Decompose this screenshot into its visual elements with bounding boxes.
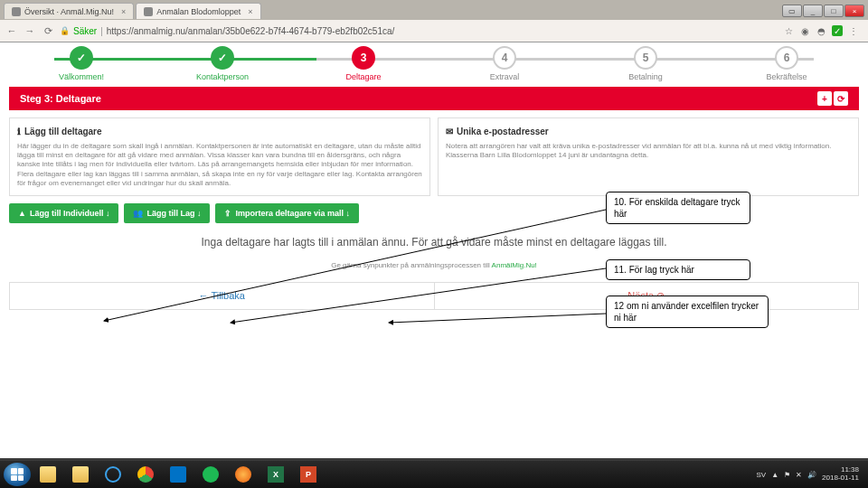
- taskbar-ie-icon[interactable]: [98, 464, 128, 485]
- taskbar-spotify-icon[interactable]: [195, 464, 226, 485]
- step-payment[interactable]: 5 Betalning: [600, 46, 691, 81]
- star-icon[interactable]: ☆: [783, 25, 794, 36]
- tray-up-icon[interactable]: ▲: [771, 471, 778, 479]
- taskbar-firefox-icon[interactable]: [228, 464, 259, 485]
- extension-icons: ☆ ◉ ◓ ✓ ⋮: [783, 25, 859, 36]
- ext-icon[interactable]: ◉: [799, 25, 810, 36]
- button-label: Lägg till Individuell ↓: [30, 209, 110, 218]
- info-panels: ℹLägg till deltagare Här lägger du in de…: [9, 117, 859, 196]
- taskbar-powerpoint-icon[interactable]: P: [293, 464, 324, 485]
- start-button[interactable]: [4, 463, 31, 486]
- info-icon: ℹ: [17, 126, 21, 138]
- window-controls: ▭ _ □ ×: [782, 5, 864, 17]
- refresh-icon[interactable]: ⟳: [834, 91, 848, 106]
- arrow-left-icon: ←: [199, 290, 212, 301]
- tab-title: Översikt · Anmäl.Mig.Nu!: [24, 7, 114, 16]
- tab-close-icon[interactable]: ×: [248, 7, 252, 16]
- browser-tab[interactable]: Anmälan Blodomloppet ×: [136, 3, 260, 19]
- taskbar: X P SV ▲ ⚑ ✕ 🔊 11:38 2018-01-11: [0, 461, 868, 488]
- step-number: 6: [775, 46, 798, 70]
- step-confirm[interactable]: 6 Bekräftelse: [741, 46, 832, 81]
- address-bar: ← → ⟳ 🔒 Säker | https://anmalmig.nu/anma…: [0, 20, 868, 42]
- forward-icon[interactable]: →: [24, 24, 36, 37]
- window-close-icon[interactable]: ×: [844, 5, 864, 17]
- button-label: Lägg till Lag ↓: [146, 209, 201, 218]
- panel-add-participants: ℹLägg till deltagare Här lägger du in de…: [9, 117, 430, 196]
- menu-icon[interactable]: ⋮: [848, 25, 859, 36]
- favicon: [12, 7, 21, 16]
- section-title: Steg 3: Deltagare: [20, 93, 101, 104]
- step-participants[interactable]: 3 Deltagare: [318, 46, 409, 81]
- window-group-icon[interactable]: ▭: [782, 5, 802, 17]
- step-label: Betalning: [628, 72, 663, 81]
- import-icon: ⇪: [224, 209, 231, 218]
- tab-title: Anmälan Blodomloppet: [156, 7, 241, 16]
- step-label: Extraval: [490, 72, 520, 81]
- url-text: https://anmalmig.nu/anmalan/35b0e622-b7f…: [107, 26, 395, 36]
- panel-body: Notera att arrangören har valt att kräva…: [446, 142, 851, 161]
- taskbar-folder-icon[interactable]: [65, 464, 96, 485]
- step-label: Deltagare: [345, 72, 381, 81]
- browser-tab[interactable]: Översikt · Anmäl.Mig.Nu! ×: [4, 3, 134, 19]
- annotation-12: 12 om ni använder excelfilen trycker ni …: [606, 296, 769, 328]
- reload-icon[interactable]: ⟳: [42, 24, 54, 37]
- add-team-button[interactable]: 👥 Lägg till Lag ↓: [124, 203, 210, 223]
- tray-clock[interactable]: 11:38 2018-01-11: [822, 466, 859, 483]
- step-label: Bekräftelse: [766, 72, 807, 81]
- button-label: Importera deltagare via mall ↓: [235, 209, 350, 218]
- tab-bar: Översikt · Anmäl.Mig.Nu! × Anmälan Blodo…: [0, 0, 868, 20]
- lock-icon: 🔒: [60, 26, 70, 35]
- step-number: 5: [634, 46, 657, 70]
- step-welcome[interactable]: ✓ Välkommen!: [36, 46, 127, 81]
- ext-icon[interactable]: ✓: [832, 25, 843, 36]
- ext-icon[interactable]: ◓: [816, 25, 826, 36]
- step-number: 3: [352, 46, 375, 70]
- tray-sound-icon[interactable]: 🔊: [807, 471, 816, 479]
- page: ✓ Välkommen! ✓ Kontaktperson 3 Deltagare…: [0, 42, 868, 458]
- step-number: 4: [493, 46, 516, 70]
- section-header: Steg 3: Deltagare + ⟳: [9, 87, 859, 110]
- import-template-button[interactable]: ⇪ Importera deltagare via mall ↓: [215, 203, 359, 223]
- panel-heading: Lägg till deltagare: [24, 126, 102, 138]
- tab-close-icon[interactable]: ×: [121, 7, 126, 16]
- tray-network-icon[interactable]: ✕: [796, 471, 802, 479]
- panel-unique-emails: ✉Unika e-postadresser Notera att arrangö…: [438, 117, 859, 196]
- taskbar-outlook-icon[interactable]: [163, 464, 193, 485]
- url-box[interactable]: 🔒 Säker | https://anmalmig.nu/anmalan/35…: [60, 26, 778, 36]
- user-icon: ▲: [18, 209, 26, 218]
- secure-label: Säker: [73, 26, 97, 36]
- feedback-link[interactable]: AnmälMig.Nu!: [492, 261, 537, 269]
- window-maximize-icon[interactable]: □: [824, 5, 844, 17]
- browser-chrome: Översikt · Anmäl.Mig.Nu! × Anmälan Blodo…: [0, 0, 868, 42]
- window-minimize-icon[interactable]: _: [803, 5, 823, 17]
- back-icon[interactable]: ←: [5, 24, 18, 37]
- tray-lang[interactable]: SV: [756, 471, 766, 479]
- taskbar-explorer-icon[interactable]: [33, 464, 63, 485]
- empty-state-message: Inga deltagare har lagts till i anmälan …: [9, 236, 859, 249]
- system-tray[interactable]: SV ▲ ⚑ ✕ 🔊 11:38 2018-01-11: [756, 466, 864, 483]
- users-icon: 👥: [133, 209, 143, 218]
- mail-icon: ✉: [446, 126, 453, 138]
- check-icon: ✓: [70, 46, 93, 70]
- favicon: [144, 7, 153, 16]
- annotation-11: 11. För lag tryck här: [606, 259, 750, 280]
- step-contact[interactable]: ✓ Kontaktperson: [177, 46, 268, 81]
- tray-flag-icon[interactable]: ⚑: [784, 471, 790, 479]
- panel-body: Här lägger du in de deltagare som skall …: [17, 142, 422, 189]
- back-button[interactable]: ← Tillbaka: [10, 283, 434, 309]
- svg-line-2: [389, 314, 606, 323]
- taskbar-excel-icon[interactable]: X: [260, 464, 291, 485]
- annotation-10: 10. För enskilda deltagare tryck här: [606, 192, 750, 224]
- panel-heading: Unika e-postadresser: [457, 126, 549, 138]
- step-label: Kontaktperson: [196, 72, 249, 81]
- stepper: ✓ Välkommen! ✓ Kontaktperson 3 Deltagare…: [0, 42, 868, 83]
- step-label: Välkommen!: [59, 72, 104, 81]
- check-icon: ✓: [211, 46, 234, 70]
- add-individual-button[interactable]: ▲ Lägg till Individuell ↓: [9, 203, 118, 223]
- taskbar-chrome-icon[interactable]: [130, 464, 161, 485]
- expand-icon[interactable]: +: [817, 91, 832, 106]
- step-extras[interactable]: 4 Extraval: [459, 46, 550, 81]
